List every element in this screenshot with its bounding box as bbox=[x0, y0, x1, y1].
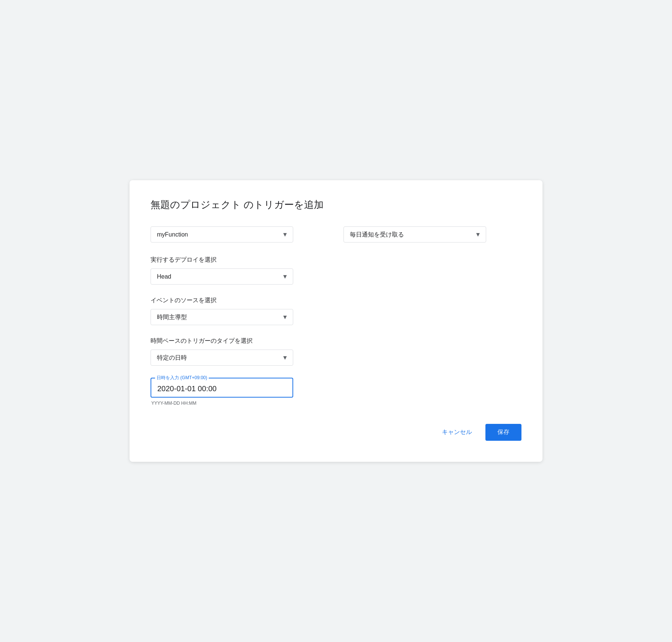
trigger-type-select[interactable]: 特定の日時 bbox=[151, 350, 293, 366]
dialog: 無題のプロジェクト のトリガーを追加 myFunction ▼ 毎日通知を受け取… bbox=[130, 180, 542, 462]
deploy-label: 実行するデプロイを選択 bbox=[151, 256, 521, 264]
deploy-select-wrapper: Head ▼ bbox=[151, 268, 293, 285]
function-select-wrapper: myFunction ▼ bbox=[151, 226, 293, 243]
function-select[interactable]: myFunction bbox=[151, 226, 293, 243]
datetime-input[interactable] bbox=[157, 383, 286, 393]
datetime-floating-label: 日時を入力 (GMT+09:00) bbox=[155, 375, 209, 381]
trigger-type-select-wrapper: 特定の日時 ▼ bbox=[151, 350, 293, 366]
dialog-footer: キャンセル 保存 bbox=[151, 424, 521, 441]
deploy-select[interactable]: Head bbox=[151, 268, 293, 285]
top-row: myFunction ▼ 毎日通知を受け取る ▼ bbox=[151, 226, 521, 243]
notification-select-wrapper: 毎日通知を受け取る ▼ bbox=[344, 226, 486, 243]
save-button[interactable]: 保存 bbox=[485, 424, 521, 441]
event-source-label: イベントのソースを選択 bbox=[151, 297, 521, 304]
datetime-hint: YYYY-MM-DD HH:MM bbox=[151, 401, 521, 406]
datetime-section: 日時を入力 (GMT+09:00) YYYY-MM-DD HH:MM bbox=[151, 378, 521, 406]
event-source-section: イベントのソースを選択 時間主導型 ▼ bbox=[151, 297, 521, 325]
top-row-right: 毎日通知を受け取る ▼ bbox=[328, 226, 521, 243]
datetime-field-wrapper: 日時を入力 (GMT+09:00) YYYY-MM-DD HH:MM bbox=[151, 378, 521, 406]
top-row-left: myFunction ▼ bbox=[151, 226, 328, 243]
deploy-section: 実行するデプロイを選択 Head ▼ bbox=[151, 256, 521, 285]
event-source-select[interactable]: 時間主導型 bbox=[151, 309, 293, 325]
trigger-type-label: 時間ベースのトリガーのタイプを選択 bbox=[151, 337, 521, 345]
dialog-title: 無題のプロジェクト のトリガーを追加 bbox=[151, 198, 521, 211]
trigger-type-section: 時間ベースのトリガーのタイプを選択 特定の日時 ▼ bbox=[151, 337, 521, 366]
notification-select[interactable]: 毎日通知を受け取る bbox=[344, 226, 486, 243]
cancel-button[interactable]: キャンセル bbox=[434, 425, 479, 440]
event-source-select-wrapper: 時間主導型 ▼ bbox=[151, 309, 293, 325]
datetime-input-container: 日時を入力 (GMT+09:00) bbox=[151, 378, 293, 398]
